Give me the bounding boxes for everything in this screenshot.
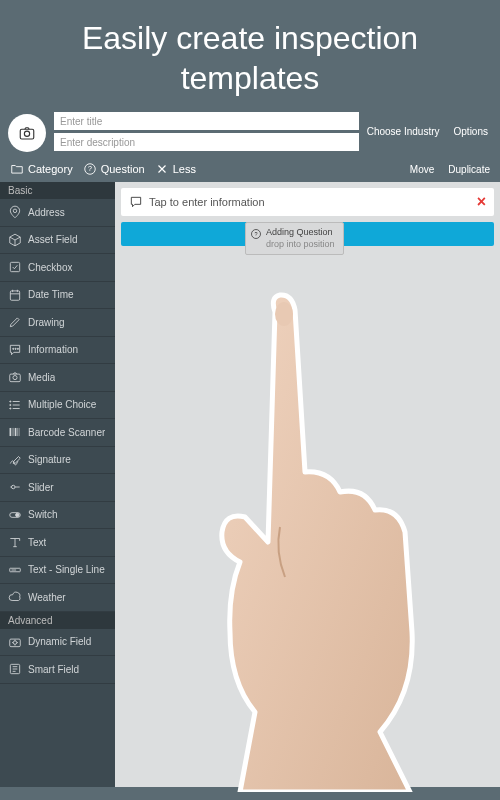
- sidebar-item-label: Multiple Choice: [28, 399, 96, 410]
- duplicate-button[interactable]: Duplicate: [448, 164, 490, 175]
- svg-point-15: [12, 486, 16, 490]
- cloud-icon: [8, 590, 22, 604]
- description-input[interactable]: [54, 133, 359, 151]
- sidebar-item-text-single-line[interactable]: Text - Single Line: [0, 557, 115, 585]
- sidebar-item-weather[interactable]: Weather: [0, 584, 115, 612]
- options-link[interactable]: Options: [454, 126, 488, 138]
- drag-chip-subtitle: drop into position: [266, 239, 335, 251]
- pencil-icon: [8, 315, 22, 329]
- svg-point-13: [10, 404, 11, 405]
- sidebar-item-text[interactable]: Text: [0, 529, 115, 557]
- svg-point-17: [16, 513, 19, 517]
- sidebar-item-slider[interactable]: Slider: [0, 474, 115, 502]
- svg-rect-5: [10, 263, 19, 272]
- sidebar-item-asset-field[interactable]: Asset Field: [0, 227, 115, 255]
- header-row: Choose Industry Options: [0, 106, 500, 158]
- category-label: Category: [28, 163, 73, 175]
- less-label: Less: [173, 163, 196, 175]
- folder-icon: [10, 162, 24, 176]
- sidebar-item-date-time[interactable]: Date Time: [0, 282, 115, 310]
- drag-chip-title: Adding Question: [266, 227, 335, 239]
- question-button[interactable]: ? Question: [83, 162, 145, 176]
- svg-point-7: [13, 348, 14, 349]
- svg-point-11: [13, 376, 17, 380]
- sidebar-item-smart-field[interactable]: Smart Field: [0, 656, 115, 684]
- svg-text:?: ?: [254, 231, 257, 237]
- textline-icon: [8, 563, 22, 577]
- list-icon: [8, 398, 22, 412]
- svg-point-1: [24, 131, 29, 136]
- calendar-icon: [8, 288, 22, 302]
- toolbar: Category ? Question Less Move Duplicate: [0, 158, 500, 182]
- move-button[interactable]: Move: [410, 164, 434, 175]
- camera-icon: [8, 370, 22, 384]
- sidebar-item-drawing[interactable]: Drawing: [0, 309, 115, 337]
- sidebar-item-label: Information: [28, 344, 78, 355]
- slider-icon: [8, 480, 22, 494]
- choose-industry-label: Choose Industry: [367, 126, 440, 137]
- title-input[interactable]: [54, 112, 359, 130]
- close-icon: [155, 162, 169, 176]
- cube-icon: [8, 233, 22, 247]
- options-label: Options: [454, 126, 488, 137]
- sidebar-item-checkbox[interactable]: Checkbox: [0, 254, 115, 282]
- sidebar-item-label: Date Time: [28, 289, 74, 300]
- chat-icon: [8, 343, 22, 357]
- svg-point-12: [10, 401, 11, 402]
- sidebar-item-label: Dynamic Field: [28, 636, 91, 647]
- sidebar-item-address[interactable]: Address: [0, 199, 115, 227]
- pin-icon: [8, 205, 22, 219]
- camera-button[interactable]: [8, 114, 46, 152]
- tap-info-bar[interactable]: Tap to enter information ×: [121, 188, 494, 216]
- svg-text:?: ?: [88, 165, 92, 172]
- close-icon[interactable]: ×: [477, 194, 486, 210]
- camera-icon: [18, 124, 36, 142]
- sidebar-item-media[interactable]: Media: [0, 364, 115, 392]
- sidebar-item-switch[interactable]: Switch: [0, 502, 115, 530]
- choose-industry-link[interactable]: Choose Industry: [367, 126, 440, 138]
- sidebar-item-dynamic-field[interactable]: Dynamic Field: [0, 629, 115, 657]
- sidebar-item-label: Signature: [28, 454, 71, 465]
- chat-icon: [129, 195, 143, 209]
- switch-icon: [8, 508, 22, 522]
- sidebar-item-label: Drawing: [28, 317, 65, 328]
- svg-point-8: [15, 348, 16, 349]
- barcode-icon: [8, 425, 22, 439]
- tap-hint-label: Tap to enter information: [149, 196, 265, 208]
- sidebar-item-label: Text: [28, 537, 46, 548]
- question-icon: ?: [83, 162, 97, 176]
- sidebar-item-information[interactable]: Information: [0, 337, 115, 365]
- sign-icon: [8, 453, 22, 467]
- svg-point-9: [17, 348, 18, 349]
- canvas[interactable]: Tap to enter information × ? Adding Ques…: [115, 182, 500, 787]
- hand-overlay: [115, 242, 500, 787]
- headline: Easily create inspection templates: [0, 0, 500, 106]
- sidebar-item-label: Text - Single Line: [28, 564, 105, 575]
- category-button[interactable]: Category: [10, 162, 73, 176]
- svg-point-4: [13, 209, 17, 213]
- question-label: Question: [101, 163, 145, 175]
- sidebar-item-label: Asset Field: [28, 234, 77, 245]
- dynamic-icon: [8, 635, 22, 649]
- sidebar-item-label: Switch: [28, 509, 57, 520]
- check-icon: [8, 260, 22, 274]
- less-button[interactable]: Less: [155, 162, 196, 176]
- sidebar-item-label: Weather: [28, 592, 66, 603]
- text-icon: [8, 535, 22, 549]
- svg-rect-6: [10, 291, 19, 300]
- smart-icon: [8, 662, 22, 676]
- sidebar-item-label: Address: [28, 207, 65, 218]
- sidebar-item-label: Checkbox: [28, 262, 72, 273]
- svg-point-14: [10, 408, 11, 409]
- drag-chip: ? Adding Question drop into position: [245, 222, 344, 255]
- sidebar-item-label: Barcode Scanner: [28, 427, 105, 438]
- main: Basic AddressAsset FieldCheckboxDate Tim…: [0, 182, 500, 787]
- sidebar-item-barcode-scanner[interactable]: Barcode Scanner: [0, 419, 115, 447]
- sidebar-item-multiple-choice[interactable]: Multiple Choice: [0, 392, 115, 420]
- sidebar-item-label: Media: [28, 372, 55, 383]
- sidebar-item-signature[interactable]: Signature: [0, 447, 115, 475]
- title-input-group: [54, 112, 359, 152]
- sidebar-section-advanced: Advanced: [0, 612, 115, 629]
- sidebar-item-label: Slider: [28, 482, 54, 493]
- question-icon: ?: [250, 228, 262, 240]
